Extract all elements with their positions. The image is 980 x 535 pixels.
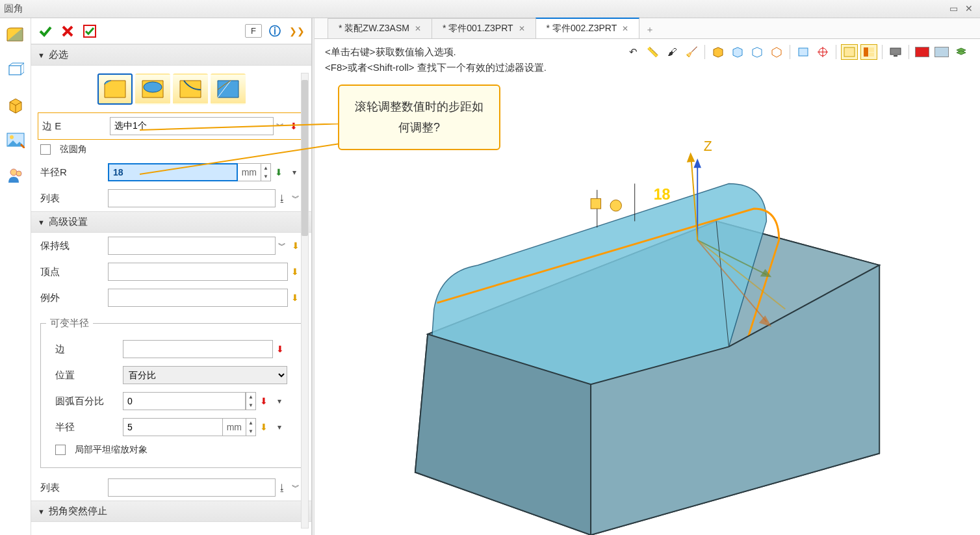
exception-input[interactable] <box>108 289 288 307</box>
section-title: 高级设置 <box>49 216 88 228</box>
vr-arcpct-spinner[interactable]: ▲▼ <box>246 392 256 410</box>
vr-arcpct-input[interactable] <box>123 392 246 410</box>
advanced-section-header[interactable]: ▼ 高级设置 <box>31 211 311 233</box>
layers-icon[interactable] <box>953 44 970 60</box>
list-save-icon[interactable]: ⭳ <box>276 189 289 207</box>
panel-titlebar: 圆角 ▭ ✕ <box>0 0 980 18</box>
wire-box2-icon[interactable] <box>749 44 766 60</box>
section-title: 必选 <box>49 49 68 61</box>
vr-radius-apply-icon[interactable]: ⬇ <box>256 418 272 436</box>
info-icon[interactable]: ⓘ <box>266 22 284 40</box>
vr-list-input[interactable] <box>108 478 276 497</box>
list-label: 列表 <box>40 192 103 205</box>
shaded-box-icon[interactable] <box>710 44 727 60</box>
tab-part-002[interactable]: * 零件002.Z3PRT ✕ <box>535 18 640 38</box>
tab-close-icon[interactable]: ✕ <box>519 24 525 33</box>
vr-arcpct-pick-icon[interactable]: ⬇ <box>256 392 272 410</box>
document-tabs: * 装配ZW.Z3ASM ✕ * 零件001.Z3PRT ✕ * 零件002.Z… <box>315 18 980 39</box>
fillet-tool-icon[interactable] <box>5 25 26 46</box>
vr-radius-dropdown[interactable]: ▾ <box>272 418 287 436</box>
svg-point-4 <box>16 171 21 176</box>
edge-e-label: 边 E <box>42 120 105 133</box>
tab-close-icon[interactable]: ✕ <box>622 24 628 33</box>
vertex-pick-icon[interactable]: ⬇ <box>288 263 302 281</box>
fillet-type-3[interactable] <box>173 73 208 105</box>
3d-canvas[interactable]: Z 18 <box>315 83 980 535</box>
panel-scrollbar[interactable] <box>301 73 309 528</box>
edge-e-expand[interactable]: ︾ <box>274 117 287 135</box>
box-tool-icon[interactable] <box>5 60 26 81</box>
block-tool-icon[interactable] <box>5 95 26 116</box>
vr-list-label: 列表 <box>40 482 103 494</box>
target-icon[interactable] <box>814 44 831 60</box>
view-grid-icon[interactable] <box>860 44 877 60</box>
tab-label: * 装配ZW.Z3ASM <box>339 23 409 34</box>
list-expand[interactable]: ︾ <box>289 189 302 207</box>
svg-point-6 <box>144 82 162 92</box>
brush-icon[interactable]: 🖌 <box>664 44 680 60</box>
vr-edge-input[interactable] <box>123 340 273 358</box>
measure-icon[interactable]: 📏 <box>644 44 661 60</box>
vr-list-save-icon[interactable]: ⭳ <box>276 478 289 497</box>
svg-point-3 <box>10 169 17 176</box>
keep-line-pick-icon[interactable]: ⬇ <box>289 237 302 255</box>
color-lblue-swatch[interactable] <box>933 44 950 60</box>
panel-toolbar: F ⓘ ❯❯ <box>31 18 311 44</box>
vertex-input[interactable] <box>108 263 288 281</box>
user-tool-icon[interactable] <box>5 165 26 186</box>
exception-pick-icon[interactable]: ⬇ <box>288 289 302 307</box>
required-section-header[interactable]: ▼ 必选 <box>31 44 311 66</box>
view-iso-icon[interactable] <box>841 44 858 60</box>
chord-fillet-row: 弦圆角 <box>31 140 311 159</box>
color-red-swatch[interactable] <box>914 44 931 60</box>
tab-label: * 零件001.Z3PRT <box>443 23 513 34</box>
keep-line-input[interactable] <box>108 237 276 255</box>
undo-icon[interactable]: ↶ <box>625 44 641 60</box>
wire-box-icon[interactable] <box>729 44 746 60</box>
radius-r-dropdown[interactable]: ▾ <box>287 163 302 181</box>
radius-r-spinner[interactable]: ▲▼ <box>261 163 271 181</box>
fillet-type-4[interactable] <box>211 73 246 105</box>
svg-marker-16 <box>693 159 701 168</box>
ok-button[interactable] <box>36 22 55 40</box>
apply-button[interactable] <box>81 22 99 40</box>
chord-fillet-checkbox[interactable] <box>40 144 51 155</box>
radius-r-apply-icon[interactable]: ⬇ <box>271 163 287 181</box>
vr-radius-input[interactable] <box>123 418 223 436</box>
tab-add-button[interactable]: ＋ <box>639 21 661 38</box>
svg-rect-27 <box>591 199 600 209</box>
vr-position-select[interactable]: 百分比 <box>123 366 287 384</box>
image-tool-icon[interactable] <box>5 130 26 151</box>
list-input[interactable] <box>108 189 276 207</box>
tab-part-001[interactable]: * 零件001.Z3PRT ✕ <box>432 18 536 38</box>
vr-edge-pick-icon[interactable]: ⬇ <box>273 340 287 358</box>
vertex-row: 顶点 ⬇ <box>31 259 311 285</box>
panel-scroll-thumb[interactable] <box>302 80 308 236</box>
hint-line-2: <F8>或者<Shift-roll> 查找下一个有效的过滤器设置. <box>325 60 547 75</box>
edge-e-pick-icon[interactable]: ⬇ <box>287 117 300 135</box>
collapse-icon[interactable]: ❯❯ <box>288 22 306 40</box>
fillet-type-2[interactable] <box>135 73 170 105</box>
vr-localflat-label: 局部平坦缩放对象 <box>75 444 148 456</box>
monitor-icon[interactable] <box>887 44 904 60</box>
tab-assembly[interactable]: * 装配ZW.Z3ASM ✕ <box>328 18 432 38</box>
vr-localflat-checkbox[interactable] <box>55 445 66 455</box>
vr-edge-row: 边 ⬇ <box>46 336 296 362</box>
close-icon[interactable]: ✕ <box>963 3 975 14</box>
vr-radius-spinner[interactable]: ▲▼ <box>246 418 256 436</box>
callout-text: 滚轮调整数值时的步距如何调整? <box>355 100 484 134</box>
restore-icon[interactable]: ▭ <box>948 3 959 14</box>
keep-line-expand[interactable]: ︾ <box>276 237 289 255</box>
vr-arcpct-dropdown[interactable]: ▾ <box>272 392 287 410</box>
eraser-icon[interactable]: 🧹 <box>683 44 700 60</box>
corner-stop-section-header[interactable]: ▼ 拐角突然停止 <box>31 501 311 522</box>
edge-e-input[interactable] <box>110 117 274 135</box>
tab-close-icon[interactable]: ✕ <box>415 24 421 33</box>
radius-r-input[interactable] <box>108 163 238 181</box>
fillet-type-1[interactable] <box>97 73 133 105</box>
cancel-button[interactable] <box>58 22 77 40</box>
hex-icon[interactable] <box>768 44 785 60</box>
f-key-button[interactable]: F <box>245 24 262 38</box>
plane-icon[interactable] <box>795 44 812 60</box>
vr-list-expand[interactable]: ︾ <box>289 478 302 497</box>
